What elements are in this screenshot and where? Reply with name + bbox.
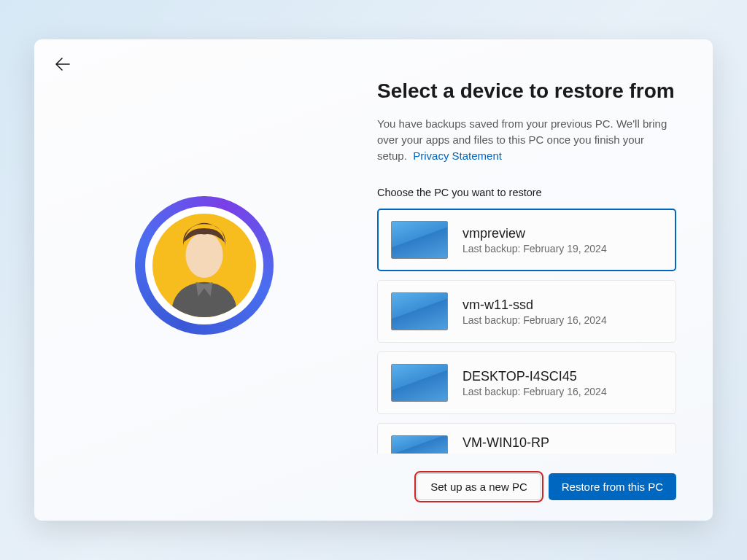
choose-pc-label: Choose the PC you want to restore — [377, 187, 676, 198]
device-name: DESKTOP-I4SCI45 — [462, 369, 607, 384]
device-name: vmpreview — [462, 226, 607, 241]
page-title: Select a device to restore from — [377, 79, 676, 103]
oobe-restore-window: Select a device to restore from You have… — [34, 39, 713, 521]
illustration-pane — [34, 39, 374, 521]
device-card-vm-w11-ssd[interactable]: vm-w11-ssd Last backup: February 16, 202… — [377, 280, 676, 343]
desktop-thumbnail-icon — [391, 435, 448, 454]
device-backup-date: Last backup: February 16, 2024 — [462, 314, 607, 326]
desktop-thumbnail-icon — [391, 221, 448, 259]
privacy-statement-link[interactable]: Privacy Statement — [413, 149, 502, 162]
device-backup-date: Last backup: February 16, 2024 — [462, 386, 607, 397]
device-info: vm-w11-ssd Last backup: February 16, 202… — [462, 298, 607, 326]
person-icon — [152, 214, 256, 317]
device-card-vmpreview[interactable]: vmpreview Last backup: February 19, 2024 — [377, 209, 676, 271]
desktop-thumbnail-icon — [391, 292, 448, 330]
device-backup-date: Last backup: February 19, 2024 — [462, 243, 607, 254]
device-card-vm-win10-rp[interactable]: VM-WIN10-RP — [377, 423, 676, 454]
device-card-desktop-i4sci45[interactable]: DESKTOP-I4SCI45 Last backup: February 16… — [377, 351, 676, 414]
restore-from-pc-button[interactable]: Restore from this PC — [549, 473, 676, 500]
page-description: You have backups saved from your previou… — [377, 116, 676, 163]
device-info: DESKTOP-I4SCI45 Last backup: February 16… — [462, 369, 607, 397]
device-name: VM-WIN10-RP — [462, 435, 549, 451]
desktop-thumbnail-icon — [391, 364, 448, 402]
footer-actions: Set up as a new PC Restore from this PC — [417, 473, 676, 500]
device-name: vm-w11-ssd — [462, 298, 607, 313]
device-info: VM-WIN10-RP — [462, 435, 549, 451]
device-info: vmpreview Last backup: February 19, 2024 — [462, 226, 607, 254]
arrow-left-icon — [53, 55, 71, 73]
setup-new-pc-button[interactable]: Set up as a new PC — [417, 473, 541, 500]
content-pane: Select a device to restore from You have… — [374, 39, 713, 521]
user-avatar — [135, 196, 274, 335]
svg-point-0 — [185, 233, 222, 278]
back-button[interactable] — [53, 55, 71, 73]
